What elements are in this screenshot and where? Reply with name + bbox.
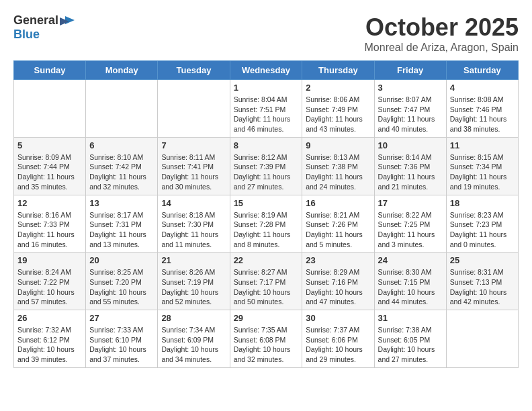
title-area: October 2025 Monreal de Ariza, Aragon, S… (365, 13, 519, 54)
day-info: Sunrise: 8:30 AM Sunset: 7:15 PM Dayligh… (378, 267, 443, 307)
calendar-cell: 22Sunrise: 8:27 AM Sunset: 7:17 PM Dayli… (230, 253, 302, 310)
day-info: Sunrise: 8:24 AM Sunset: 7:22 PM Dayligh… (17, 267, 82, 307)
day-number: 15 (234, 198, 299, 208)
calendar-week-row: 19Sunrise: 8:24 AM Sunset: 7:22 PM Dayli… (14, 253, 519, 310)
calendar-cell: 3Sunrise: 8:07 AM Sunset: 7:47 PM Daylig… (374, 80, 446, 138)
day-info: Sunrise: 8:23 AM Sunset: 7:23 PM Dayligh… (450, 210, 515, 250)
calendar-cell: 30Sunrise: 7:37 AM Sunset: 6:06 PM Dayli… (302, 310, 374, 368)
calendar-cell: 25Sunrise: 8:31 AM Sunset: 7:13 PM Dayli… (446, 253, 518, 310)
day-info: Sunrise: 8:31 AM Sunset: 7:13 PM Dayligh… (450, 267, 515, 307)
calendar-cell: 7Sunrise: 8:11 AM Sunset: 7:41 PM Daylig… (158, 137, 230, 195)
day-number: 25 (450, 255, 515, 265)
column-header-thursday: Thursday (302, 61, 374, 80)
logo: General Blue (13, 13, 76, 42)
calendar-cell: 21Sunrise: 8:26 AM Sunset: 7:19 PM Dayli… (158, 253, 230, 310)
calendar-cell: 14Sunrise: 8:18 AM Sunset: 7:30 PM Dayli… (158, 195, 230, 253)
calendar-cell: 11Sunrise: 8:15 AM Sunset: 7:34 PM Dayli… (446, 137, 518, 195)
day-number: 10 (378, 140, 443, 150)
calendar-cell: 28Sunrise: 7:34 AM Sunset: 6:09 PM Dayli… (158, 310, 230, 368)
logo-icon (60, 15, 76, 27)
calendar-header-row: SundayMondayTuesdayWednesdayThursdayFrid… (14, 61, 519, 80)
day-number: 29 (234, 313, 299, 323)
day-info: Sunrise: 8:16 AM Sunset: 7:33 PM Dayligh… (17, 210, 82, 250)
day-info: Sunrise: 8:14 AM Sunset: 7:36 PM Dayligh… (378, 152, 443, 192)
day-info: Sunrise: 8:19 AM Sunset: 7:28 PM Dayligh… (234, 210, 299, 250)
calendar-cell: 4Sunrise: 8:08 AM Sunset: 7:46 PM Daylig… (446, 80, 518, 138)
calendar-cell: 20Sunrise: 8:25 AM Sunset: 7:20 PM Dayli… (86, 253, 158, 310)
day-number: 22 (234, 255, 299, 265)
calendar-week-row: 26Sunrise: 7:32 AM Sunset: 6:12 PM Dayli… (14, 310, 519, 368)
day-number: 23 (306, 255, 370, 265)
day-info: Sunrise: 8:04 AM Sunset: 7:51 PM Dayligh… (234, 95, 299, 134)
day-number: 30 (306, 313, 370, 323)
day-number: 26 (17, 313, 82, 323)
day-number: 16 (306, 198, 370, 208)
calendar-cell: 16Sunrise: 8:21 AM Sunset: 7:26 PM Dayli… (302, 195, 374, 253)
day-number: 5 (17, 140, 82, 150)
day-number: 18 (450, 198, 515, 208)
day-number: 4 (450, 83, 515, 93)
day-number: 19 (17, 255, 82, 265)
calendar-cell: 17Sunrise: 8:22 AM Sunset: 7:25 PM Dayli… (374, 195, 446, 253)
day-number: 24 (378, 255, 443, 265)
day-number: 13 (89, 198, 154, 208)
calendar-cell: 26Sunrise: 7:32 AM Sunset: 6:12 PM Dayli… (14, 310, 86, 368)
day-info: Sunrise: 7:32 AM Sunset: 6:12 PM Dayligh… (17, 325, 82, 365)
day-number: 21 (161, 255, 226, 265)
day-info: Sunrise: 8:13 AM Sunset: 7:38 PM Dayligh… (306, 152, 370, 192)
day-info: Sunrise: 8:21 AM Sunset: 7:26 PM Dayligh… (306, 210, 370, 250)
day-info: Sunrise: 8:22 AM Sunset: 7:25 PM Dayligh… (378, 210, 443, 250)
logo-general-text: General (13, 13, 58, 28)
day-number: 12 (17, 198, 82, 208)
calendar-cell: 6Sunrise: 8:10 AM Sunset: 7:42 PM Daylig… (86, 137, 158, 195)
calendar-cell: 24Sunrise: 8:30 AM Sunset: 7:15 PM Dayli… (374, 253, 446, 310)
calendar-cell: 8Sunrise: 8:12 AM Sunset: 7:39 PM Daylig… (230, 137, 302, 195)
day-info: Sunrise: 7:35 AM Sunset: 6:08 PM Dayligh… (234, 325, 299, 365)
day-info: Sunrise: 8:08 AM Sunset: 7:46 PM Dayligh… (450, 95, 515, 134)
calendar-cell (446, 310, 518, 368)
calendar-cell: 2Sunrise: 8:06 AM Sunset: 7:49 PM Daylig… (302, 80, 374, 138)
column-header-tuesday: Tuesday (158, 61, 230, 80)
day-number: 2 (306, 83, 370, 93)
calendar-cell: 23Sunrise: 8:29 AM Sunset: 7:16 PM Dayli… (302, 253, 374, 310)
column-header-monday: Monday (86, 61, 158, 80)
day-info: Sunrise: 8:12 AM Sunset: 7:39 PM Dayligh… (234, 152, 299, 192)
logo-blue-text: Blue (13, 28, 40, 42)
calendar-cell (158, 80, 230, 138)
day-number: 7 (161, 140, 226, 150)
calendar-cell: 5Sunrise: 8:09 AM Sunset: 7:44 PM Daylig… (14, 137, 86, 195)
day-number: 3 (378, 83, 443, 93)
column-header-friday: Friday (374, 61, 446, 80)
column-header-sunday: Sunday (14, 61, 86, 80)
location-text: Monreal de Ariza, Aragon, Spain (365, 42, 519, 54)
day-info: Sunrise: 8:15 AM Sunset: 7:34 PM Dayligh… (450, 152, 515, 192)
day-number: 31 (378, 313, 443, 323)
calendar-cell: 1Sunrise: 8:04 AM Sunset: 7:51 PM Daylig… (230, 80, 302, 138)
day-info: Sunrise: 8:26 AM Sunset: 7:19 PM Dayligh… (161, 267, 226, 307)
day-info: Sunrise: 8:06 AM Sunset: 7:49 PM Dayligh… (306, 95, 370, 134)
day-info: Sunrise: 7:37 AM Sunset: 6:06 PM Dayligh… (306, 325, 370, 365)
day-info: Sunrise: 8:25 AM Sunset: 7:20 PM Dayligh… (89, 267, 154, 307)
svg-marker-0 (65, 16, 75, 24)
day-number: 28 (161, 313, 226, 323)
day-number: 20 (89, 255, 154, 265)
day-number: 14 (161, 198, 226, 208)
day-info: Sunrise: 8:27 AM Sunset: 7:17 PM Dayligh… (234, 267, 299, 307)
day-number: 27 (89, 313, 154, 323)
day-number: 6 (89, 140, 154, 150)
calendar-cell: 19Sunrise: 8:24 AM Sunset: 7:22 PM Dayli… (14, 253, 86, 310)
calendar-week-row: 12Sunrise: 8:16 AM Sunset: 7:33 PM Dayli… (14, 195, 519, 253)
calendar-cell: 9Sunrise: 8:13 AM Sunset: 7:38 PM Daylig… (302, 137, 374, 195)
day-info: Sunrise: 8:10 AM Sunset: 7:42 PM Dayligh… (89, 152, 154, 192)
day-number: 8 (234, 140, 299, 150)
day-number: 17 (378, 198, 443, 208)
calendar-cell: 12Sunrise: 8:16 AM Sunset: 7:33 PM Dayli… (14, 195, 86, 253)
day-number: 11 (450, 140, 515, 150)
day-info: Sunrise: 8:09 AM Sunset: 7:44 PM Dayligh… (17, 152, 82, 192)
calendar-cell: 29Sunrise: 7:35 AM Sunset: 6:08 PM Dayli… (230, 310, 302, 368)
calendar-cell (14, 80, 86, 138)
month-title: October 2025 (365, 13, 519, 42)
calendar-cell: 18Sunrise: 8:23 AM Sunset: 7:23 PM Dayli… (446, 195, 518, 253)
day-info: Sunrise: 7:34 AM Sunset: 6:09 PM Dayligh… (161, 325, 226, 365)
day-number: 9 (306, 140, 370, 150)
